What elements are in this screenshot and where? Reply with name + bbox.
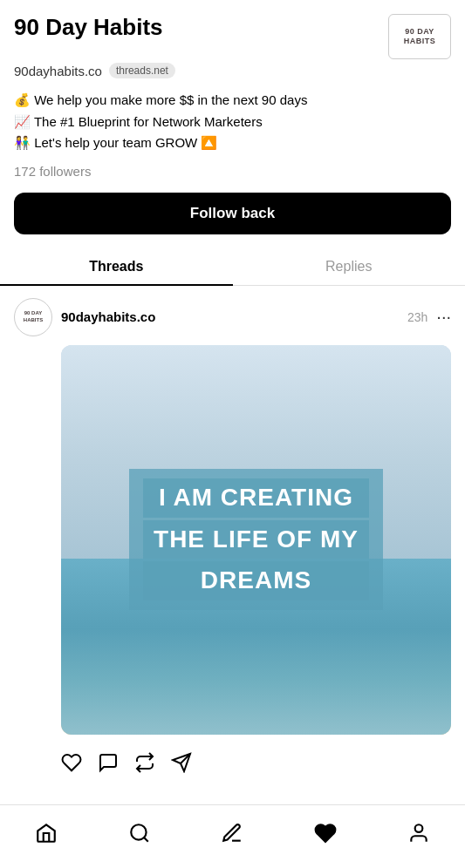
affirmation-line-3: DREAMS bbox=[143, 561, 369, 600]
profile-badge: threads.net bbox=[109, 63, 175, 78]
bottom-nav bbox=[0, 804, 465, 868]
post-meta-right: 23h ··· bbox=[407, 307, 451, 327]
avatar-logo-text: 90 DAYHABITS bbox=[24, 310, 43, 322]
follow-back-button[interactable]: Follow back bbox=[14, 193, 451, 234]
tab-replies[interactable]: Replies bbox=[233, 248, 466, 285]
affirmation-text: I AM CREATING THE LIFE OF MY DREAMS bbox=[129, 469, 383, 609]
profile-section: 90 Day Habits 90 DAYHABITS 90dayhabits.c… bbox=[0, 0, 465, 234]
post-time: 23h bbox=[407, 310, 427, 324]
nav-home[interactable] bbox=[27, 814, 65, 852]
profile-header: 90 Day Habits 90 DAYHABITS bbox=[14, 14, 451, 59]
avatar: 90 DAYHABITS bbox=[14, 298, 52, 336]
post-header: 90 DAYHABITS 90dayhabits.co 23h ··· bbox=[14, 298, 451, 336]
profile-logo: 90 DAYHABITS bbox=[388, 14, 451, 59]
profile-meta: 90dayhabits.co threads.net bbox=[14, 63, 451, 78]
tab-threads[interactable]: Threads bbox=[0, 248, 233, 285]
affirmation-line-1: I AM CREATING bbox=[143, 478, 369, 517]
affirmation-line-2: THE LIFE OF MY bbox=[143, 520, 369, 559]
thread-post: 90 DAYHABITS 90dayhabits.co 23h ··· I AM… bbox=[0, 286, 465, 787]
post-actions bbox=[14, 745, 451, 787]
profile-bio: 💰 We help you make more $$ in the next 9… bbox=[14, 91, 451, 153]
svg-point-4 bbox=[414, 824, 422, 832]
bio-line-3: 👫 Let's help your team GROW 🔼 bbox=[14, 133, 451, 153]
post-image: I AM CREATING THE LIFE OF MY DREAMS bbox=[61, 345, 451, 735]
profile-username: 90dayhabits.co bbox=[14, 64, 102, 78]
nav-compose[interactable] bbox=[213, 814, 251, 852]
svg-point-2 bbox=[131, 824, 146, 839]
repost-icon[interactable] bbox=[134, 752, 155, 773]
like-icon[interactable] bbox=[61, 752, 82, 773]
tabs: Threads Replies bbox=[0, 248, 465, 286]
post-username[interactable]: 90dayhabits.co bbox=[61, 309, 155, 324]
nav-likes[interactable] bbox=[306, 814, 345, 852]
share-icon[interactable] bbox=[171, 752, 192, 773]
nav-search[interactable] bbox=[120, 814, 159, 852]
nav-profile[interactable] bbox=[400, 814, 438, 852]
svg-line-3 bbox=[144, 837, 148, 842]
bio-line-1: 💰 We help you make more $$ in the next 9… bbox=[14, 91, 451, 111]
bio-line-2: 📈 The #1 Blueprint for Network Marketers bbox=[14, 112, 451, 132]
more-options-icon[interactable]: ··· bbox=[436, 307, 451, 327]
comment-icon[interactable] bbox=[98, 752, 119, 773]
post-image-overlay: I AM CREATING THE LIFE OF MY DREAMS bbox=[112, 451, 400, 627]
followers-count: 172 followers bbox=[14, 164, 451, 179]
post-image-container: I AM CREATING THE LIFE OF MY DREAMS bbox=[61, 345, 451, 735]
post-avatar-info: 90 DAYHABITS 90dayhabits.co bbox=[14, 298, 155, 336]
profile-name: 90 Day Habits bbox=[14, 14, 163, 41]
logo-text: 90 DAYHABITS bbox=[404, 27, 436, 46]
